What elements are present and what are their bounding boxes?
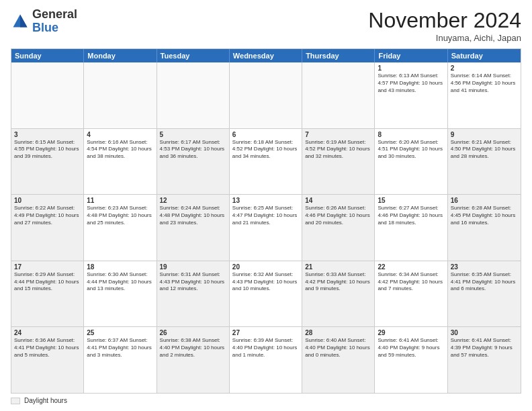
header-cell-thursday: Thursday — [302, 49, 375, 62]
logo-text: General Blue — [32, 8, 77, 35]
calendar-cell — [302, 62, 375, 128]
calendar-cell: 28Sunrise: 6:40 AM Sunset: 4:40 PM Dayli… — [302, 327, 375, 393]
calendar-cell — [11, 62, 84, 128]
header-cell-tuesday: Tuesday — [157, 49, 230, 62]
location: Inuyama, Aichi, Japan — [368, 33, 521, 43]
day-info: Sunrise: 6:29 AM Sunset: 4:44 PM Dayligh… — [14, 271, 81, 293]
day-info: Sunrise: 6:24 AM Sunset: 4:48 PM Dayligh… — [160, 205, 226, 226]
day-info: Sunrise: 6:17 AM Sunset: 4:53 PM Dayligh… — [160, 139, 226, 161]
day-number: 7 — [305, 131, 371, 138]
day-info: Sunrise: 6:41 AM Sunset: 4:40 PM Dayligh… — [378, 337, 444, 359]
legend-box — [11, 398, 20, 404]
calendar-row: 10Sunrise: 6:22 AM Sunset: 4:49 PM Dayli… — [11, 194, 521, 261]
day-info: Sunrise: 6:16 AM Sunset: 4:54 PM Dayligh… — [87, 139, 153, 161]
header-cell-saturday: Saturday — [448, 49, 521, 62]
day-number: 19 — [160, 263, 226, 271]
title-block: November 2024 Inuyama, Aichi, Japan — [368, 8, 521, 43]
day-info: Sunrise: 6:30 AM Sunset: 4:44 PM Dayligh… — [87, 271, 153, 293]
day-info: Sunrise: 6:18 AM Sunset: 4:52 PM Dayligh… — [232, 139, 299, 161]
day-number: 23 — [451, 263, 518, 271]
day-info: Sunrise: 6:15 AM Sunset: 4:55 PM Dayligh… — [14, 139, 81, 161]
calendar-cell: 5Sunrise: 6:17 AM Sunset: 4:53 PM Daylig… — [157, 129, 230, 195]
day-number: 13 — [232, 197, 299, 204]
calendar-cell: 17Sunrise: 6:29 AM Sunset: 4:44 PM Dayli… — [11, 261, 84, 327]
calendar-cell: 13Sunrise: 6:25 AM Sunset: 4:47 PM Dayli… — [230, 195, 302, 261]
calendar-cell: 30Sunrise: 6:41 AM Sunset: 4:39 PM Dayli… — [448, 327, 521, 393]
day-number: 1 — [378, 64, 444, 72]
calendar-cell: 23Sunrise: 6:35 AM Sunset: 4:41 PM Dayli… — [448, 261, 521, 327]
page: General Blue November 2024 Inuyama, Aich… — [0, 0, 532, 411]
calendar-cell — [230, 62, 302, 128]
month-title: November 2024 — [368, 8, 521, 33]
day-number: 15 — [378, 197, 444, 204]
day-info: Sunrise: 6:37 AM Sunset: 4:41 PM Dayligh… — [87, 337, 153, 359]
header-cell-monday: Monday — [84, 49, 157, 62]
day-info: Sunrise: 6:27 AM Sunset: 4:46 PM Dayligh… — [378, 205, 444, 226]
day-info: Sunrise: 6:40 AM Sunset: 4:40 PM Dayligh… — [305, 337, 371, 359]
calendar-cell: 20Sunrise: 6:32 AM Sunset: 4:43 PM Dayli… — [230, 261, 302, 327]
calendar-row: 24Sunrise: 6:36 AM Sunset: 4:41 PM Dayli… — [11, 326, 521, 393]
calendar-cell: 11Sunrise: 6:23 AM Sunset: 4:48 PM Dayli… — [84, 195, 157, 261]
calendar-cell: 2Sunrise: 6:14 AM Sunset: 4:56 PM Daylig… — [448, 62, 521, 128]
day-info: Sunrise: 6:38 AM Sunset: 4:40 PM Dayligh… — [160, 337, 226, 359]
day-number: 20 — [232, 263, 299, 271]
calendar-cell — [84, 62, 157, 128]
day-number: 29 — [378, 329, 444, 336]
day-info: Sunrise: 6:36 AM Sunset: 4:41 PM Dayligh… — [14, 337, 81, 359]
calendar-row: 17Sunrise: 6:29 AM Sunset: 4:44 PM Dayli… — [11, 261, 521, 327]
logo-blue: Blue — [32, 21, 58, 34]
day-info: Sunrise: 6:26 AM Sunset: 4:46 PM Dayligh… — [305, 205, 371, 226]
day-number: 17 — [14, 263, 81, 271]
logo: General Blue — [11, 8, 77, 35]
svg-marker-1 — [20, 14, 28, 27]
day-info: Sunrise: 6:28 AM Sunset: 4:45 PM Dayligh… — [451, 205, 518, 226]
calendar-cell — [157, 62, 230, 128]
day-info: Sunrise: 6:23 AM Sunset: 4:48 PM Dayligh… — [87, 205, 153, 226]
day-info: Sunrise: 6:33 AM Sunset: 4:42 PM Dayligh… — [305, 271, 371, 293]
day-info: Sunrise: 6:31 AM Sunset: 4:43 PM Dayligh… — [160, 271, 226, 293]
day-number: 16 — [451, 197, 518, 204]
calendar-cell: 25Sunrise: 6:37 AM Sunset: 4:41 PM Dayli… — [84, 327, 157, 393]
day-number: 28 — [305, 329, 371, 336]
day-number: 22 — [378, 263, 444, 271]
day-info: Sunrise: 6:19 AM Sunset: 4:52 PM Dayligh… — [305, 139, 371, 161]
calendar-cell: 4Sunrise: 6:16 AM Sunset: 4:54 PM Daylig… — [84, 129, 157, 195]
day-info: Sunrise: 6:34 AM Sunset: 4:42 PM Dayligh… — [378, 271, 444, 293]
calendar-cell: 24Sunrise: 6:36 AM Sunset: 4:41 PM Dayli… — [11, 327, 84, 393]
day-number: 24 — [14, 329, 81, 336]
header-cell-friday: Friday — [375, 49, 447, 62]
calendar-cell: 10Sunrise: 6:22 AM Sunset: 4:49 PM Dayli… — [11, 195, 84, 261]
legend: Daylight hours — [11, 397, 521, 404]
calendar-cell: 18Sunrise: 6:30 AM Sunset: 4:44 PM Dayli… — [84, 261, 157, 327]
day-info: Sunrise: 6:22 AM Sunset: 4:49 PM Dayligh… — [14, 205, 81, 226]
calendar-cell: 6Sunrise: 6:18 AM Sunset: 4:52 PM Daylig… — [230, 129, 302, 195]
calendar-cell: 26Sunrise: 6:38 AM Sunset: 4:40 PM Dayli… — [157, 327, 230, 393]
day-info: Sunrise: 6:25 AM Sunset: 4:47 PM Dayligh… — [232, 205, 299, 226]
legend-label: Daylight hours — [24, 397, 67, 404]
day-info: Sunrise: 6:32 AM Sunset: 4:43 PM Dayligh… — [232, 271, 299, 293]
calendar-cell: 8Sunrise: 6:20 AM Sunset: 4:51 PM Daylig… — [375, 129, 447, 195]
calendar-cell: 15Sunrise: 6:27 AM Sunset: 4:46 PM Dayli… — [375, 195, 447, 261]
calendar-cell: 3Sunrise: 6:15 AM Sunset: 4:55 PM Daylig… — [11, 129, 84, 195]
day-number: 11 — [87, 197, 153, 204]
day-number: 6 — [232, 131, 299, 138]
day-number: 27 — [232, 329, 299, 336]
day-number: 30 — [451, 329, 518, 336]
header-cell-wednesday: Wednesday — [230, 49, 302, 62]
day-number: 12 — [160, 197, 226, 204]
day-number: 4 — [87, 131, 153, 138]
calendar-cell: 22Sunrise: 6:34 AM Sunset: 4:42 PM Dayli… — [375, 261, 447, 327]
calendar: SundayMondayTuesdayWednesdayThursdayFrid… — [11, 48, 521, 394]
calendar-cell: 12Sunrise: 6:24 AM Sunset: 4:48 PM Dayli… — [157, 195, 230, 261]
calendar-header: SundayMondayTuesdayWednesdayThursdayFrid… — [11, 49, 521, 62]
calendar-cell: 21Sunrise: 6:33 AM Sunset: 4:42 PM Dayli… — [302, 261, 375, 327]
header: General Blue November 2024 Inuyama, Aich… — [11, 8, 521, 43]
calendar-cell: 1Sunrise: 6:13 AM Sunset: 4:57 PM Daylig… — [375, 62, 447, 128]
calendar-cell: 29Sunrise: 6:41 AM Sunset: 4:40 PM Dayli… — [375, 327, 447, 393]
calendar-cell: 27Sunrise: 6:39 AM Sunset: 4:40 PM Dayli… — [230, 327, 302, 393]
day-number: 10 — [14, 197, 81, 204]
day-number: 9 — [451, 131, 518, 138]
calendar-cell: 16Sunrise: 6:28 AM Sunset: 4:45 PM Dayli… — [448, 195, 521, 261]
calendar-row: 3Sunrise: 6:15 AM Sunset: 4:55 PM Daylig… — [11, 128, 521, 195]
day-info: Sunrise: 6:13 AM Sunset: 4:57 PM Dayligh… — [378, 73, 444, 94]
